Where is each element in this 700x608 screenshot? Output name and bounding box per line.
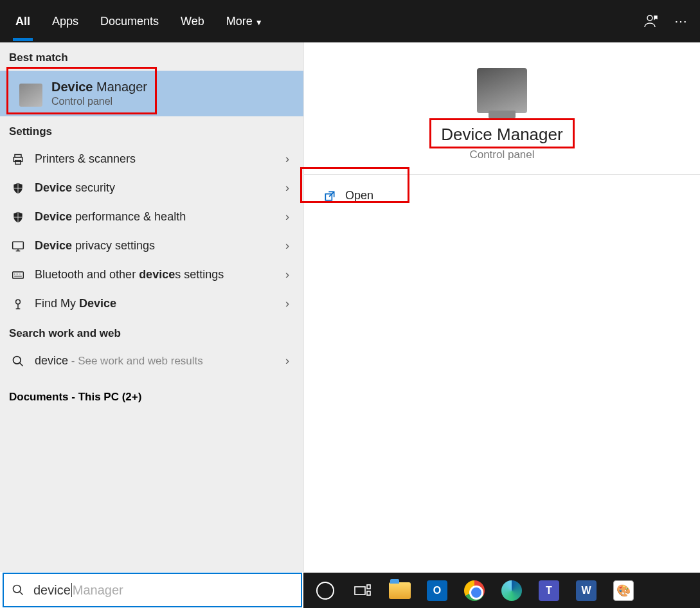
- tab-all[interactable]: All: [13, 2, 33, 41]
- svg-rect-3: [15, 160, 21, 164]
- setting-printers-scanners[interactable]: Printers & scanners ›: [0, 145, 303, 174]
- best-match-title: Device Manager: [51, 80, 294, 94]
- outlook-button[interactable]: O: [426, 579, 449, 602]
- edge-button[interactable]: [500, 579, 523, 602]
- best-match-subtitle: Control panel: [51, 96, 294, 107]
- details-panel: Device Manager Control panel Open: [303, 42, 700, 572]
- cortana-button[interactable]: [314, 579, 337, 602]
- open-action[interactable]: Open: [304, 175, 393, 217]
- teams-button[interactable]: T: [537, 579, 561, 602]
- search-typed: device: [33, 583, 71, 598]
- svg-rect-12: [367, 591, 370, 595]
- paint-button[interactable]: [612, 579, 635, 602]
- documents-section-label[interactable]: Documents - This PC (2+): [0, 375, 303, 419]
- topbar-actions: ⋯: [643, 13, 687, 29]
- chrome-button[interactable]: [463, 579, 486, 602]
- feedback-icon[interactable]: [643, 13, 659, 29]
- svg-rect-11: [367, 585, 370, 589]
- search-topbar: All Apps Documents Web More▼ ⋯: [0, 0, 700, 42]
- cortana-icon: [316, 582, 334, 600]
- web-result[interactable]: device - See work and web results ›: [0, 346, 303, 375]
- paint-icon: [613, 580, 634, 601]
- setting-find-my-device[interactable]: Find My Device ›: [0, 289, 303, 318]
- settings-label: Settings: [0, 116, 303, 145]
- search-icon: [12, 584, 24, 596]
- chevron-right-icon: ›: [285, 181, 289, 195]
- edge-icon: [501, 580, 522, 601]
- more-options-icon[interactable]: ⋯: [674, 13, 687, 29]
- chevron-right-icon: ›: [285, 152, 289, 166]
- best-match-label: Best match: [0, 42, 303, 71]
- setting-label: Find My Device: [35, 297, 116, 310]
- taskbar: O T W: [303, 573, 700, 608]
- details-subtitle: Control panel: [304, 148, 700, 161]
- keyboard-icon: [9, 269, 27, 282]
- chevron-right-icon: ›: [285, 297, 289, 310]
- search-web-label: Search work and web: [0, 318, 303, 346]
- chevron-right-icon: ›: [285, 354, 289, 368]
- setting-label: Printers & scanners: [35, 152, 136, 166]
- open-icon: [323, 190, 336, 202]
- svg-point-9: [13, 586, 21, 593]
- details-header: Device Manager Control panel: [304, 42, 700, 175]
- svg-rect-4: [13, 242, 24, 249]
- results-panel: Best match Device Manager Control panel …: [0, 42, 303, 572]
- setting-label: Bluetooth and other devices settings: [35, 268, 224, 282]
- best-match-result[interactable]: Device Manager Control panel: [0, 71, 303, 116]
- tab-web[interactable]: Web: [178, 2, 207, 41]
- device-manager-icon-large: [477, 68, 527, 113]
- shield-icon: [9, 182, 27, 195]
- chrome-icon: [464, 580, 485, 601]
- teams-icon: T: [539, 580, 559, 601]
- pin-icon: [9, 298, 27, 310]
- folder-icon: [389, 582, 411, 599]
- printer-icon: [9, 153, 27, 166]
- svg-rect-5: [13, 272, 24, 278]
- setting-device-performance[interactable]: Device performance & health ›: [0, 202, 303, 231]
- search-scope-tabs: All Apps Documents Web More▼: [13, 2, 265, 41]
- tab-apps[interactable]: Apps: [49, 2, 81, 41]
- svg-point-0: [647, 15, 652, 21]
- search-ghost: Manager: [73, 583, 123, 598]
- svg-point-6: [16, 300, 21, 304]
- setting-label: Device privacy settings: [35, 239, 155, 253]
- word-button[interactable]: W: [575, 579, 598, 602]
- chevron-right-icon: ›: [285, 239, 289, 253]
- task-view-button[interactable]: [351, 579, 374, 602]
- web-result-text: device - See work and web results: [35, 354, 203, 368]
- device-manager-icon: [19, 84, 42, 107]
- setting-device-privacy[interactable]: Device privacy settings ›: [0, 231, 303, 260]
- tab-more[interactable]: More▼: [224, 2, 265, 41]
- setting-bluetooth-devices[interactable]: Bluetooth and other devices settings ›: [0, 260, 303, 289]
- tab-documents[interactable]: Documents: [98, 2, 161, 41]
- shield-icon: [9, 211, 27, 224]
- search-icon: [9, 355, 27, 368]
- svg-point-7: [13, 356, 21, 364]
- setting-device-security[interactable]: Device security ›: [0, 174, 303, 202]
- details-title: Device Manager: [435, 123, 569, 146]
- text-cursor: [71, 583, 72, 597]
- chevron-down-icon: ▼: [255, 18, 263, 27]
- chevron-right-icon: ›: [285, 268, 289, 282]
- outlook-icon: O: [427, 580, 447, 601]
- chevron-right-icon: ›: [285, 210, 289, 224]
- file-explorer-button[interactable]: [388, 579, 411, 602]
- word-icon: W: [576, 580, 597, 601]
- svg-rect-10: [355, 587, 365, 595]
- search-bar[interactable]: device Manager: [3, 573, 302, 607]
- setting-label: Device performance & health: [35, 210, 186, 224]
- open-label: Open: [345, 189, 373, 202]
- setting-label: Device security: [35, 181, 115, 195]
- monitor-icon: [9, 240, 27, 253]
